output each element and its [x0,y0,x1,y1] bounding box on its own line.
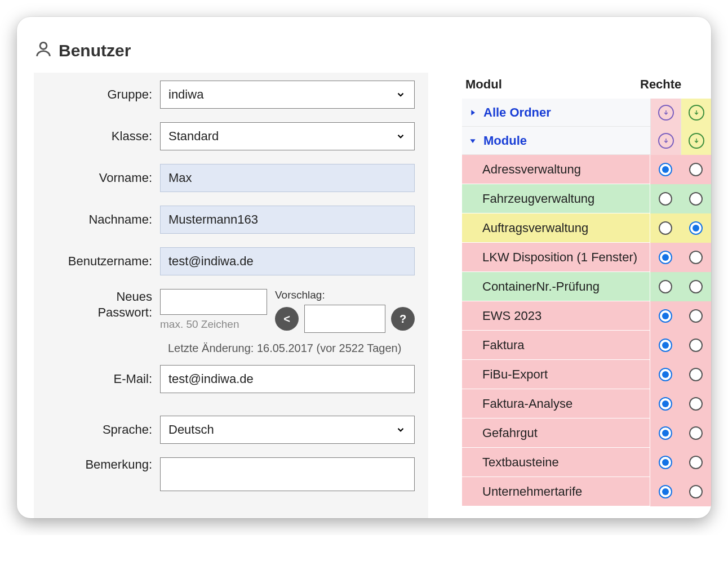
radio-cell-2[interactable] [681,301,711,331]
module-row: Faktura-Analyse [462,389,711,418]
module-label: Textbausteine [462,448,650,477]
radio-icon [689,251,703,264]
rights-panel: Modul Rechte Alle Ordner Module Adressve [462,73,711,518]
module-row: Adressverwaltung [462,155,711,184]
radio-cell-1[interactable] [650,243,681,272]
chevron-down-icon [395,424,406,435]
label-klasse: Klasse: [42,129,160,144]
module-row: FiBu-Export [462,360,711,389]
radio-cell-1[interactable] [650,448,681,477]
module-label: Auftragsverwaltung [462,213,650,242]
label-gruppe: Gruppe: [42,87,160,102]
module-label: Adressverwaltung [462,155,650,184]
radio-cell-2[interactable] [681,243,711,272]
radio-icon [689,426,703,440]
radio-cell-1[interactable] [650,213,681,243]
radio-icon [689,456,703,469]
radio-cell-2[interactable] [681,418,711,448]
apply-all-button[interactable] [650,127,681,155]
radio-cell-1[interactable] [650,184,681,213]
module-label: ContainerNr.-Prüfung [462,272,650,301]
radio-icon [659,397,672,411]
radio-cell-2[interactable] [681,272,711,301]
radio-icon [659,339,672,352]
rights-header: Modul Rechte [462,73,711,99]
radio-cell-2[interactable] [681,184,711,213]
letzte-aenderung-text: Letzte Änderung: 16.05.2017 (vor 2522 Ta… [42,339,436,365]
radio-cell-2[interactable] [681,360,711,389]
page-header: Benutzer [34,39,711,61]
svg-point-0 [40,42,47,49]
chevron-down-icon [395,131,406,142]
select-gruppe-value: indiwa [168,87,203,102]
radio-cell-2[interactable] [681,331,711,360]
download-circle-icon [658,133,674,149]
module-label: LKW Disposition (1 Fenster) [462,243,650,271]
user-form: Gruppe: indiwa Klasse: Standard [34,73,428,518]
radio-cell-2[interactable] [681,155,711,184]
module-label: Faktura-Analyse [462,389,650,418]
label-vorname: Vorname: [42,171,160,185]
label-email: E-Mail: [42,372,160,386]
radio-cell-1[interactable] [650,389,681,418]
apply-all-button[interactable] [650,99,681,127]
input-bemerkung[interactable] [160,457,415,491]
select-klasse[interactable]: Standard [160,122,415,150]
radio-icon [689,339,703,352]
module-row: Textbausteine [462,448,711,477]
label-vorschlag: Vorschlag: [275,289,415,301]
label-sprache: Sprache: [42,422,160,437]
tree-toggle-icon [467,106,479,119]
radio-icon [659,280,672,293]
apply-all-button[interactable] [681,99,711,127]
radio-cell-1[interactable] [650,272,681,301]
radio-icon [659,426,672,440]
radio-cell-1[interactable] [650,331,681,360]
radio-cell-1[interactable] [650,155,681,184]
apply-all-button[interactable] [681,127,711,155]
radio-cell-1[interactable] [650,301,681,331]
select-gruppe[interactable]: indiwa [160,81,415,109]
module-row: LKW Disposition (1 Fenster) [462,243,711,272]
user-icon [34,39,53,61]
input-nachname[interactable]: Mustermann163 [160,206,415,234]
module-row: Gefahrgut [462,418,711,448]
select-klasse-value: Standard [168,129,219,144]
radio-icon [659,221,672,235]
select-sprache[interactable]: Deutsch [160,416,415,444]
label-nachname: Nachname: [42,212,160,227]
radio-cell-1[interactable] [650,418,681,448]
radio-icon [659,485,672,498]
module-row: EWS 2023 [462,301,711,331]
radio-cell-2[interactable] [681,389,711,418]
input-neues-pw[interactable] [160,289,267,315]
radio-cell-2[interactable] [681,477,711,506]
tree-row[interactable]: Module [462,127,711,155]
tree-toggle-icon [467,135,479,147]
radio-icon [689,192,703,206]
input-vorname[interactable]: Max [160,164,415,192]
radio-cell-1[interactable] [650,360,681,389]
help-button[interactable]: ? [391,307,415,331]
svg-marker-1 [471,110,475,115]
input-vorschlag[interactable] [304,305,385,333]
radio-icon [659,192,672,206]
module-row: Auftragsverwaltung [462,213,711,243]
radio-icon [659,251,672,264]
input-benutzername[interactable]: test@indiwa.de [160,247,415,275]
module-row: Unternehmertarife [462,477,711,506]
page-title: Benutzer [59,41,131,60]
radio-icon [689,163,703,176]
radio-cell-2[interactable] [681,213,711,243]
radio-icon [659,163,672,176]
radio-icon [689,485,703,498]
module-label: FiBu-Export [462,360,650,389]
radio-cell-1[interactable] [650,477,681,506]
pw-hint: max. 50 Zeichen [160,318,267,331]
download-circle-icon [689,133,704,149]
tree-row[interactable]: Alle Ordner [462,99,711,127]
radio-cell-2[interactable] [681,448,711,477]
input-email[interactable]: test@indiwa.de [160,365,415,393]
tree-label: Module [483,133,650,148]
copy-suggestion-button[interactable]: < [275,307,299,331]
